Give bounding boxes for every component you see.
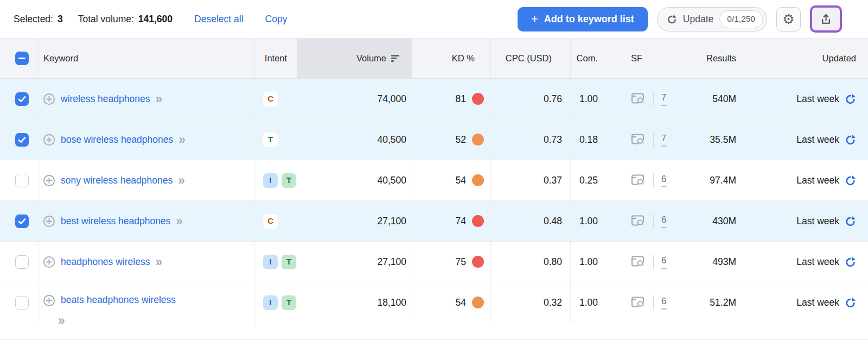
row-checkbox[interactable]	[15, 214, 29, 228]
export-upload-icon	[820, 13, 832, 26]
double-chevron-icon[interactable]: »	[178, 174, 185, 187]
kd-value: 74	[456, 216, 466, 227]
double-chevron-icon[interactable]: »	[155, 93, 162, 105]
divider	[653, 295, 654, 310]
serp-features-icon[interactable]	[631, 133, 646, 146]
sf-count[interactable]: 6	[661, 255, 667, 269]
cpc-cell: 0.48	[491, 201, 571, 241]
com-cell: 1.00	[571, 282, 613, 323]
column-header-updated[interactable]: Updated	[741, 39, 868, 78]
keyword-link[interactable]: beats headphones wireless	[61, 294, 176, 306]
keyword-link[interactable]: wireless headphones	[61, 93, 150, 105]
table-row: headphones wireless » IT 27,100 75 0.80 …	[0, 242, 868, 282]
com-cell: 1.00	[571, 201, 613, 241]
kd-level-dot	[472, 93, 484, 105]
sf-count[interactable]: 6	[661, 214, 667, 228]
total-volume-label: Total volume:	[78, 14, 134, 25]
kd-value: 54	[456, 175, 466, 186]
column-header-keyword[interactable]: Keyword	[39, 39, 255, 78]
double-chevron-icon[interactable]: »	[58, 314, 254, 327]
serp-features-icon[interactable]	[631, 92, 646, 105]
settings-button[interactable]: ⚙	[776, 7, 801, 31]
add-keyword-plus-circle-icon[interactable]	[43, 93, 55, 105]
column-header-volume[interactable]: Volume	[297, 39, 412, 78]
row-refresh-button[interactable]	[845, 297, 856, 308]
sf-count[interactable]: 6	[661, 296, 667, 310]
cpc-cell: 0.73	[491, 119, 571, 160]
sf-count[interactable]: 6	[661, 174, 667, 187]
kd-value: 75	[456, 256, 466, 268]
column-header-intent[interactable]: Intent	[255, 39, 297, 78]
refresh-icon	[845, 134, 856, 146]
column-header-results[interactable]: Results	[681, 39, 741, 78]
refresh-icon	[845, 93, 856, 105]
volume-cell: 40,500	[297, 160, 412, 200]
column-header-kd[interactable]: KD %	[412, 39, 491, 78]
updated-value: Last week	[796, 175, 839, 186]
kd-level-dot	[472, 134, 484, 146]
updated-value: Last week	[796, 93, 839, 105]
serp-features-icon[interactable]	[631, 214, 646, 228]
row-refresh-button[interactable]	[845, 256, 856, 268]
volume-cell: 18,100	[297, 282, 412, 323]
cpc-cell: 0.37	[491, 160, 571, 200]
double-chevron-icon[interactable]: »	[155, 256, 162, 268]
select-all-checkbox[interactable]	[15, 52, 29, 65]
serp-features-icon[interactable]	[631, 174, 646, 187]
row-checkbox[interactable]	[15, 255, 29, 269]
keyword-link[interactable]: best wireless headphones	[61, 216, 170, 227]
add-keyword-plus-circle-icon[interactable]	[43, 134, 55, 146]
row-checkbox[interactable]	[15, 174, 29, 187]
intent-badge-c: C	[263, 214, 278, 229]
keyword-link[interactable]: bose wireless headphones	[61, 134, 173, 146]
sf-count[interactable]: 7	[661, 92, 667, 106]
column-header-cpc[interactable]: CPC (USD)	[491, 39, 571, 78]
refresh-icon	[845, 297, 856, 308]
intent-badge-t: T	[282, 173, 296, 188]
export-button-highlighted[interactable]	[810, 5, 842, 33]
double-chevron-icon[interactable]: »	[178, 134, 186, 146]
volume-cell: 74,000	[297, 79, 412, 119]
keyword-link[interactable]: headphones wireless	[61, 256, 150, 268]
add-keyword-plus-circle-icon[interactable]	[43, 215, 55, 228]
row-refresh-button[interactable]	[845, 175, 856, 186]
row-refresh-button[interactable]	[845, 93, 856, 105]
intent-badge-t: T	[282, 255, 296, 269]
sf-count[interactable]: 7	[661, 133, 667, 147]
row-refresh-button[interactable]	[845, 134, 856, 146]
divider	[653, 214, 654, 228]
row-checkbox[interactable]	[15, 296, 29, 310]
serp-features-icon[interactable]	[631, 255, 646, 268]
toolbar-actions: + Add to keyword list Update 0/1,250 ⚙	[518, 5, 842, 33]
add-to-keyword-list-button[interactable]: + Add to keyword list	[518, 7, 648, 31]
double-chevron-icon[interactable]: »	[176, 215, 183, 228]
row-refresh-button[interactable]	[845, 216, 856, 227]
add-to-keyword-list-label: Add to keyword list	[544, 14, 634, 25]
keyword-link[interactable]: sony wireless headphones	[61, 175, 173, 186]
table-body: wireless headphones » C 74,000 81 0.76 1…	[0, 79, 868, 340]
kd-level-dot	[472, 174, 484, 186]
column-header-com[interactable]: Com.	[571, 39, 613, 78]
results-cell: 35.5M	[681, 119, 741, 160]
intent-cell: C	[255, 201, 297, 241]
add-keyword-plus-circle-icon[interactable]	[43, 256, 55, 268]
update-button[interactable]: Update 0/1,250	[657, 7, 767, 31]
kd-level-dot	[472, 215, 484, 227]
add-keyword-plus-circle-icon[interactable]	[43, 294, 55, 307]
copy-link[interactable]: Copy	[265, 14, 288, 25]
volume-cell: 40,500	[297, 119, 412, 160]
results-cell: 493M	[681, 242, 741, 282]
refresh-icon	[667, 14, 677, 24]
results-cell: 540M	[681, 79, 741, 119]
row-checkbox[interactable]	[15, 133, 29, 147]
kd-value: 81	[456, 93, 466, 105]
deselect-all-link[interactable]: Deselect all	[194, 14, 243, 25]
serp-features-icon[interactable]	[631, 296, 646, 309]
intent-badge-i: I	[263, 295, 278, 310]
updated-value: Last week	[796, 216, 839, 227]
row-checkbox[interactable]	[15, 92, 29, 106]
com-cell: 1.00	[571, 242, 613, 282]
results-cell: 430M	[681, 201, 741, 241]
column-header-sf[interactable]: SF	[613, 39, 681, 78]
add-keyword-plus-circle-icon[interactable]	[43, 174, 55, 187]
